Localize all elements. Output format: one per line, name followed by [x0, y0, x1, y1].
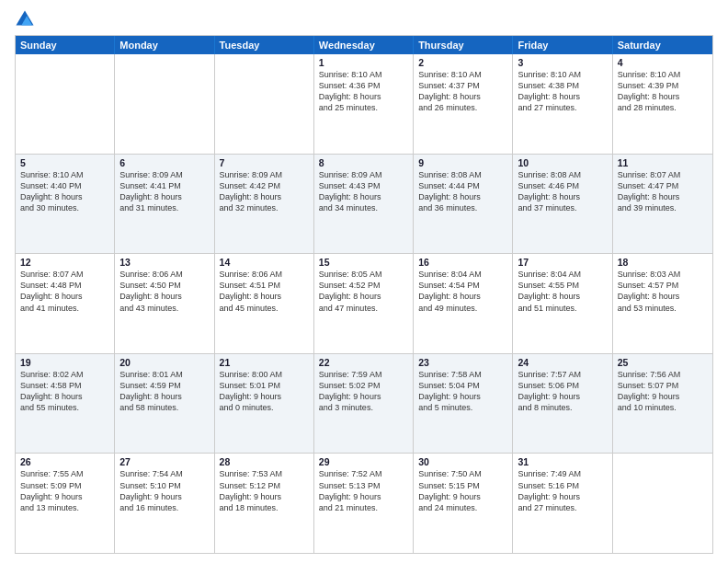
calendar-cell: 23Sunrise: 7:58 AM Sunset: 5:04 PM Dayli… [414, 354, 513, 454]
calendar-cell [16, 54, 115, 154]
day-details: Sunrise: 7:58 AM Sunset: 5:04 PM Dayligh… [418, 369, 507, 414]
day-number: 29 [319, 456, 408, 467]
day-details: Sunrise: 7:52 AM Sunset: 5:13 PM Dayligh… [319, 468, 408, 513]
day-number: 11 [618, 157, 708, 168]
weekday-header: Wednesday [314, 36, 414, 54]
calendar-cell: 6Sunrise: 8:09 AM Sunset: 4:41 PM Daylig… [115, 155, 214, 254]
header [15, 9, 713, 29]
day-details: Sunrise: 7:54 AM Sunset: 5:10 PM Dayligh… [119, 468, 209, 513]
day-number: 9 [418, 157, 507, 168]
calendar-cell: 14Sunrise: 8:06 AM Sunset: 4:51 PM Dayli… [215, 254, 314, 353]
day-number: 31 [518, 456, 607, 467]
day-details: Sunrise: 7:56 AM Sunset: 5:07 PM Dayligh… [618, 369, 708, 414]
calendar-cell: 2Sunrise: 8:10 AM Sunset: 4:37 PM Daylig… [414, 54, 513, 154]
day-details: Sunrise: 8:10 AM Sunset: 4:39 PM Dayligh… [618, 69, 708, 114]
weekday-header: Monday [115, 36, 214, 54]
calendar-cell: 1Sunrise: 8:10 AM Sunset: 4:36 PM Daylig… [314, 54, 414, 154]
day-number: 22 [319, 357, 408, 368]
weekday-header: Thursday [414, 36, 513, 54]
weekday-header: Sunday [16, 36, 115, 54]
day-details: Sunrise: 8:10 AM Sunset: 4:40 PM Dayligh… [20, 169, 109, 214]
calendar: SundayMondayTuesdayWednesdayThursdayFrid… [15, 35, 713, 554]
calendar-cell: 3Sunrise: 8:10 AM Sunset: 4:38 PM Daylig… [513, 54, 612, 154]
calendar-cell: 21Sunrise: 8:00 AM Sunset: 5:01 PM Dayli… [215, 354, 314, 454]
calendar-row: 26Sunrise: 7:55 AM Sunset: 5:09 PM Dayli… [16, 453, 712, 553]
day-number: 5 [20, 157, 109, 168]
day-number: 28 [220, 456, 309, 467]
day-details: Sunrise: 7:59 AM Sunset: 5:02 PM Dayligh… [319, 369, 408, 414]
day-number: 18 [618, 257, 708, 268]
day-number: 8 [319, 157, 408, 168]
day-number: 17 [518, 257, 607, 268]
day-details: Sunrise: 8:06 AM Sunset: 4:51 PM Dayligh… [220, 269, 309, 314]
logo [15, 9, 39, 29]
day-details: Sunrise: 7:57 AM Sunset: 5:06 PM Dayligh… [518, 369, 607, 414]
day-number: 3 [518, 57, 607, 68]
day-details: Sunrise: 8:10 AM Sunset: 4:36 PM Dayligh… [319, 69, 408, 114]
calendar-row: 1Sunrise: 8:10 AM Sunset: 4:36 PM Daylig… [16, 54, 712, 154]
calendar-cell: 8Sunrise: 8:09 AM Sunset: 4:43 PM Daylig… [314, 155, 414, 254]
calendar-cell: 24Sunrise: 7:57 AM Sunset: 5:06 PM Dayli… [513, 354, 612, 454]
calendar-cell: 12Sunrise: 8:07 AM Sunset: 4:48 PM Dayli… [16, 254, 115, 353]
logo-icon [15, 9, 35, 29]
calendar-cell: 22Sunrise: 7:59 AM Sunset: 5:02 PM Dayli… [314, 354, 414, 454]
day-number: 20 [119, 357, 209, 368]
calendar-cell: 16Sunrise: 8:04 AM Sunset: 4:54 PM Dayli… [414, 254, 513, 353]
day-details: Sunrise: 8:03 AM Sunset: 4:57 PM Dayligh… [618, 269, 708, 314]
calendar-cell: 11Sunrise: 8:07 AM Sunset: 4:47 PM Dayli… [613, 155, 712, 254]
calendar-cell: 30Sunrise: 7:50 AM Sunset: 5:15 PM Dayli… [414, 454, 513, 553]
calendar-cell: 27Sunrise: 7:54 AM Sunset: 5:10 PM Dayli… [115, 454, 214, 553]
day-details: Sunrise: 8:07 AM Sunset: 4:47 PM Dayligh… [618, 169, 708, 214]
day-number: 19 [20, 357, 109, 368]
day-number: 25 [618, 357, 708, 368]
day-details: Sunrise: 8:09 AM Sunset: 4:41 PM Dayligh… [119, 169, 209, 214]
day-details: Sunrise: 7:55 AM Sunset: 5:09 PM Dayligh… [20, 468, 109, 513]
day-number: 26 [20, 456, 109, 467]
day-details: Sunrise: 8:09 AM Sunset: 4:43 PM Dayligh… [319, 169, 408, 214]
calendar-body: 1Sunrise: 8:10 AM Sunset: 4:36 PM Daylig… [16, 54, 712, 553]
day-details: Sunrise: 8:07 AM Sunset: 4:48 PM Dayligh… [20, 269, 109, 314]
calendar-cell [613, 454, 712, 553]
day-number: 15 [319, 257, 408, 268]
day-number: 27 [119, 456, 209, 467]
calendar-cell: 18Sunrise: 8:03 AM Sunset: 4:57 PM Dayli… [613, 254, 712, 353]
calendar-cell [215, 54, 314, 154]
weekday-header: Saturday [613, 36, 712, 54]
day-details: Sunrise: 8:10 AM Sunset: 4:37 PM Dayligh… [418, 69, 507, 114]
day-number: 23 [418, 357, 507, 368]
page: SundayMondayTuesdayWednesdayThursdayFrid… [0, 0, 728, 563]
day-details: Sunrise: 8:08 AM Sunset: 4:44 PM Dayligh… [418, 169, 507, 214]
calendar-cell: 15Sunrise: 8:05 AM Sunset: 4:52 PM Dayli… [314, 254, 414, 353]
day-details: Sunrise: 8:05 AM Sunset: 4:52 PM Dayligh… [319, 269, 408, 314]
calendar-cell: 4Sunrise: 8:10 AM Sunset: 4:39 PM Daylig… [613, 54, 712, 154]
day-number: 12 [20, 257, 109, 268]
day-details: Sunrise: 8:10 AM Sunset: 4:38 PM Dayligh… [518, 69, 607, 114]
day-number: 10 [518, 157, 607, 168]
day-details: Sunrise: 8:08 AM Sunset: 4:46 PM Dayligh… [518, 169, 607, 214]
calendar-cell: 31Sunrise: 7:49 AM Sunset: 5:16 PM Dayli… [513, 454, 612, 553]
day-number: 7 [220, 157, 309, 168]
day-details: Sunrise: 8:01 AM Sunset: 4:59 PM Dayligh… [119, 369, 209, 414]
day-number: 1 [319, 57, 408, 68]
calendar-cell: 26Sunrise: 7:55 AM Sunset: 5:09 PM Dayli… [16, 454, 115, 553]
calendar-cell: 19Sunrise: 8:02 AM Sunset: 4:58 PM Dayli… [16, 354, 115, 454]
calendar-cell: 28Sunrise: 7:53 AM Sunset: 5:12 PM Dayli… [215, 454, 314, 553]
day-details: Sunrise: 7:49 AM Sunset: 5:16 PM Dayligh… [518, 468, 607, 513]
calendar-cell [115, 54, 214, 154]
day-number: 21 [220, 357, 309, 368]
day-number: 24 [518, 357, 607, 368]
calendar-cell: 5Sunrise: 8:10 AM Sunset: 4:40 PM Daylig… [16, 155, 115, 254]
day-number: 2 [418, 57, 507, 68]
calendar-row: 19Sunrise: 8:02 AM Sunset: 4:58 PM Dayli… [16, 353, 712, 454]
calendar-cell: 25Sunrise: 7:56 AM Sunset: 5:07 PM Dayli… [613, 354, 712, 454]
calendar-cell: 20Sunrise: 8:01 AM Sunset: 4:59 PM Dayli… [115, 354, 214, 454]
calendar-cell: 17Sunrise: 8:04 AM Sunset: 4:55 PM Dayli… [513, 254, 612, 353]
day-details: Sunrise: 8:02 AM Sunset: 4:58 PM Dayligh… [20, 369, 109, 414]
day-number: 30 [418, 456, 507, 467]
day-details: Sunrise: 8:00 AM Sunset: 5:01 PM Dayligh… [220, 369, 309, 414]
day-details: Sunrise: 7:53 AM Sunset: 5:12 PM Dayligh… [220, 468, 309, 513]
day-number: 16 [418, 257, 507, 268]
day-number: 13 [119, 257, 209, 268]
day-number: 4 [618, 57, 708, 68]
day-details: Sunrise: 8:04 AM Sunset: 4:55 PM Dayligh… [518, 269, 607, 314]
